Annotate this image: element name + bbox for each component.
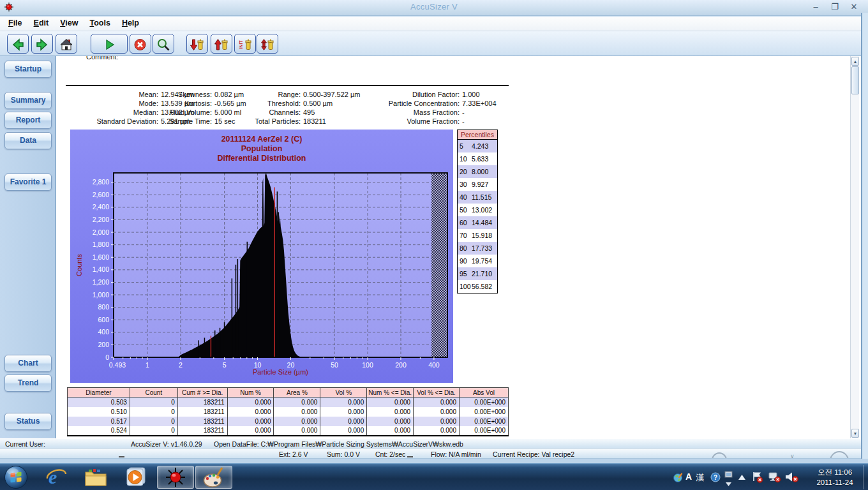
svg-text:600: 600 bbox=[98, 316, 109, 323]
taskbar-clock[interactable]: 오전 11:06 2011-11-24 bbox=[805, 467, 864, 487]
table-header-cell: Area % bbox=[274, 388, 320, 397]
stats-column-2: Skewness:0.082 µmKurtosis:-0.565 µmFluid… bbox=[162, 90, 246, 126]
svg-text:2,600: 2,600 bbox=[93, 191, 109, 198]
scrollbar-thumb[interactable] bbox=[851, 66, 859, 94]
svg-text:INIT: INIT bbox=[239, 40, 243, 49]
svg-text:1,000: 1,000 bbox=[93, 291, 109, 299]
forward-button[interactable] bbox=[31, 34, 53, 54]
svg-text:0.493: 0.493 bbox=[109, 361, 126, 369]
svg-text:2,200: 2,200 bbox=[93, 216, 109, 223]
table-row[interactable]: 0.5100 1832110.000 0.0000.000 0.0000.000… bbox=[68, 407, 509, 417]
svg-text:800: 800 bbox=[98, 303, 109, 311]
stat-row: Skewness:0.082 µm bbox=[162, 90, 246, 99]
paint-palette-icon[interactable] bbox=[200, 464, 228, 490]
chart-title-line: Differential Distribution bbox=[218, 154, 306, 163]
svg-text:1,600: 1,600 bbox=[93, 253, 109, 261]
sidebar-button-summary[interactable]: Summary bbox=[4, 92, 52, 109]
sidebar-button-trend[interactable]: Trend bbox=[4, 375, 52, 392]
valve-raise-button[interactable] bbox=[211, 34, 232, 54]
svg-text:e: e bbox=[49, 466, 57, 487]
menu-item[interactable]: Tools bbox=[84, 17, 116, 27]
sidebar-button-startup[interactable]: Startup bbox=[4, 61, 52, 78]
desktop: AccuSizer V – ❐ ✕ FileEditViewToolsHelp bbox=[0, 0, 868, 490]
run-button[interactable] bbox=[91, 34, 128, 54]
network-status-icon[interactable] bbox=[767, 464, 782, 490]
percentile-row: 9019.754 bbox=[458, 255, 497, 267]
stat-row: Kurtosis:-0.565 µm bbox=[162, 99, 246, 108]
sidebar-button-chart[interactable]: Chart bbox=[4, 355, 52, 372]
valve-init-button[interactable]: INIT bbox=[234, 34, 256, 54]
zoom-button[interactable] bbox=[153, 34, 174, 54]
scroll-up-icon[interactable]: ▲ bbox=[851, 57, 859, 66]
table-row[interactable]: 0.5030 1832110.000 0.0000.000 0.0000.000… bbox=[68, 397, 509, 407]
sidebar-button-data[interactable]: Data bbox=[4, 132, 52, 149]
window-titlebar[interactable]: AccuSizer V – ❐ ✕ bbox=[0, 0, 868, 16]
ime-hanja-indicator[interactable]: 漢 bbox=[696, 472, 704, 484]
stat-row: Particle Concentration:7.33E+004 bbox=[380, 99, 497, 108]
internet-explorer-icon[interactable]: e bbox=[42, 464, 70, 490]
table-header-cell: Num % <= Dia. bbox=[367, 388, 414, 397]
percentile-row: 208.000 bbox=[458, 165, 497, 178]
back-button[interactable] bbox=[7, 34, 29, 54]
ime-help-icon[interactable]: ? bbox=[710, 464, 721, 490]
datafile-label: Open DataFile: C:₩Program Files₩Particle… bbox=[214, 440, 463, 448]
table-header-row: DiameterCountCum # >= Dia.Num %Area %Vol… bbox=[68, 388, 509, 397]
valve-lower-button[interactable] bbox=[186, 34, 208, 54]
stat-row: Threshold:0.500 µm bbox=[246, 99, 361, 108]
stop-x-icon bbox=[133, 38, 148, 52]
stat-row: Total Particles:183211 bbox=[246, 117, 361, 126]
table-header-cell: Count bbox=[130, 388, 177, 397]
clock-date: 2011-11-24 bbox=[805, 477, 864, 487]
stats-column-3: Range:0.500-397.522 µmThreshold:0.500 µm… bbox=[246, 90, 361, 126]
toolbar: INIT bbox=[0, 31, 868, 56]
forward-arrow-icon bbox=[34, 38, 50, 52]
status-bar: Current User: AccuSizer V: v1.46.0.29 Op… bbox=[0, 438, 861, 449]
svg-text:5: 5 bbox=[223, 361, 227, 369]
accusizer-app-icon[interactable] bbox=[161, 464, 190, 490]
ime-a-indicator[interactable]: A bbox=[685, 471, 692, 482]
media-player-icon[interactable] bbox=[121, 464, 149, 490]
svg-text:?: ? bbox=[714, 474, 717, 481]
sidebar-button-status[interactable]: Status bbox=[4, 413, 52, 430]
show-hidden-icons[interactable] bbox=[736, 464, 747, 490]
maximize-button[interactable]: ❐ bbox=[828, 1, 841, 12]
menu-item[interactable]: Edit bbox=[28, 17, 55, 27]
window-title: AccuSizer V bbox=[0, 2, 868, 11]
table-header-cell: Abs Vol bbox=[459, 388, 508, 397]
percentile-row: 9521.710 bbox=[458, 267, 497, 280]
menu-item[interactable]: File bbox=[3, 17, 28, 27]
svg-text:2,800: 2,800 bbox=[93, 178, 109, 186]
report-view: Comment: Mean:12.947 µmMode:13.539 µmMed… bbox=[57, 56, 850, 438]
start-button[interactable] bbox=[3, 464, 29, 490]
distribution-chart: 02004006008001,0001,2001,4001,6001,8002,… bbox=[70, 130, 453, 383]
taskbar: e bbox=[0, 463, 868, 490]
separator-line bbox=[66, 85, 509, 86]
show-desktop-divider[interactable] bbox=[863, 465, 864, 489]
volume-muted-icon[interactable] bbox=[784, 464, 800, 490]
sidebar-button-favorite1[interactable]: Favorite 1 bbox=[4, 174, 52, 191]
home-button[interactable] bbox=[56, 34, 77, 54]
minimize-button[interactable]: – bbox=[809, 1, 822, 12]
explorer-folder-icon[interactable] bbox=[82, 464, 110, 490]
table-row[interactable]: 0.5240 1832110.000 0.0000.000 0.0000.000… bbox=[68, 426, 509, 436]
clock-time: 오전 11:06 bbox=[805, 467, 864, 477]
valve-cycle-button[interactable] bbox=[257, 34, 278, 54]
chevron-down-icon[interactable] bbox=[723, 471, 733, 490]
svg-text:400: 400 bbox=[98, 328, 109, 336]
vertical-scrollbar[interactable]: ▲ ▼ bbox=[850, 56, 859, 438]
table-header-cell: Vol % <= Dia. bbox=[414, 388, 460, 397]
scroll-down-icon[interactable]: ▼ bbox=[851, 429, 859, 438]
svg-text:1,200: 1,200 bbox=[93, 278, 109, 286]
action-center-flag-icon[interactable] bbox=[751, 464, 765, 490]
svg-text:1,800: 1,800 bbox=[93, 241, 109, 248]
language-globe-icon[interactable] bbox=[671, 464, 684, 490]
svg-text:1: 1 bbox=[146, 361, 149, 369]
menu-item[interactable]: View bbox=[54, 17, 84, 27]
close-button[interactable]: ✕ bbox=[848, 1, 860, 12]
abort-button[interactable] bbox=[130, 34, 151, 54]
table-row[interactable]: 0.5170 1832110.000 0.0000.000 0.0000.000… bbox=[68, 417, 509, 426]
menu-bar: FileEditViewToolsHelp bbox=[0, 17, 868, 31]
sidebar-button-report[interactable]: Report bbox=[4, 112, 52, 129]
menu-item[interactable]: Help bbox=[116, 17, 145, 27]
percentile-row: 54.243 bbox=[458, 140, 497, 152]
